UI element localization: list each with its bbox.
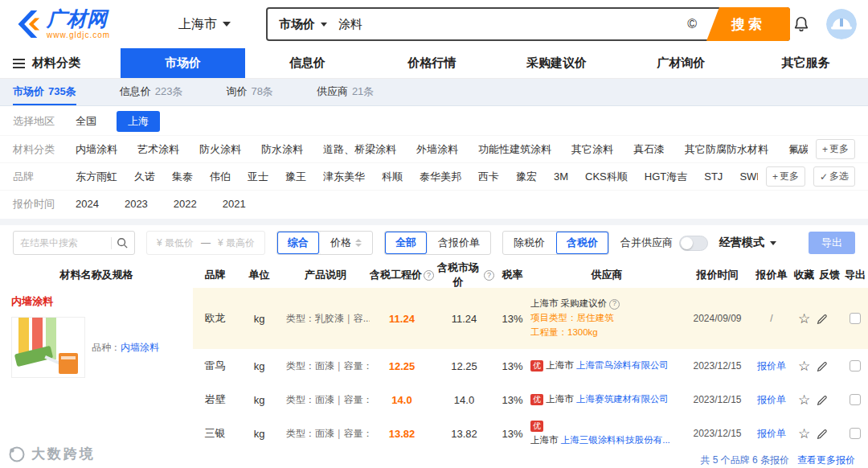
export-checkbox[interactable] xyxy=(850,428,861,439)
category-option[interactable]: 真石漆 xyxy=(633,142,665,157)
export-checkbox[interactable] xyxy=(850,360,861,372)
year-option[interactable]: 2021 xyxy=(223,198,246,210)
result-search-input[interactable] xyxy=(20,237,106,248)
brand-option[interactable]: 豫宏 xyxy=(516,170,537,184)
price-range-filter[interactable]: ¥ 最低价 — ¥ 最高价 xyxy=(146,231,265,255)
search-button-label: 搜索 xyxy=(731,15,765,34)
year-option[interactable]: 2022 xyxy=(174,198,197,210)
feedback-pencil-icon[interactable] xyxy=(817,428,842,440)
user-avatar[interactable] xyxy=(826,9,857,39)
category-option[interactable]: 防水涂料 xyxy=(261,142,303,157)
brand-option[interactable]: 3M xyxy=(554,170,568,183)
variety-label: 品种： xyxy=(92,342,121,353)
brand-more-button[interactable]: + 更多 xyxy=(766,166,805,187)
nav-tab-info-price[interactable]: 信息价 xyxy=(245,48,370,78)
category-option[interactable]: 功能性建筑涂料 xyxy=(478,142,551,157)
favorite-star-icon[interactable]: ☆ xyxy=(792,427,817,441)
category-option[interactable]: 氟碳漆 xyxy=(788,142,808,157)
filter-label-brand: 品牌 xyxy=(13,170,76,184)
help-icon[interactable]: ? xyxy=(424,270,434,281)
category-option[interactable]: 艺术涂料 xyxy=(137,142,179,157)
feedback-pencil-icon[interactable] xyxy=(817,360,842,372)
brand-option[interactable]: 西卡 xyxy=(478,170,499,184)
tab-market-price-results[interactable]: 市场价 735条 xyxy=(13,79,76,105)
region-option-all[interactable]: 全国 xyxy=(76,114,96,129)
brand-option[interactable]: CKS科顺 xyxy=(585,170,628,184)
brand-option[interactable]: 泰华美邦 xyxy=(420,170,461,184)
col-header-feedback: 反馈 xyxy=(817,268,842,282)
city-selector[interactable]: 上海市 xyxy=(178,16,231,33)
brand-option[interactable]: 久诺 xyxy=(134,170,155,184)
scope-quoted-button[interactable]: 含报价单 xyxy=(427,232,490,254)
brand-multi-select-button[interactable]: ✓ 多选 xyxy=(813,166,855,187)
export-checkbox[interactable] xyxy=(850,313,861,324)
brand-option[interactable]: 科顺 xyxy=(382,170,403,184)
brand-option[interactable]: 东方雨虹 xyxy=(76,170,117,184)
search-input[interactable] xyxy=(338,18,678,31)
tax-included-button[interactable]: 含税价 xyxy=(555,232,608,254)
brand-option[interactable]: 集泰 xyxy=(172,170,193,184)
sort-price-button[interactable]: 价格 xyxy=(319,232,372,254)
sort-price-label: 价格 xyxy=(330,236,351,250)
supplier-company-link[interactable]: 上海赛筑建材有限公司 xyxy=(576,394,669,404)
category-option[interactable]: 其它防腐防水材料 xyxy=(685,142,768,157)
nav-tab-purchase-advice[interactable]: 采购建议价 xyxy=(494,48,619,78)
export-checkbox[interactable] xyxy=(850,394,861,405)
brand-option[interactable]: STJ xyxy=(704,170,723,183)
search-button[interactable]: 搜索 xyxy=(706,7,790,41)
export-button[interactable]: 导出 xyxy=(809,232,855,254)
toggle-knob xyxy=(681,237,693,249)
variety-value-link[interactable]: 内墙涂料 xyxy=(121,342,159,353)
feedback-pencil-icon[interactable] xyxy=(817,313,842,325)
merge-supplier-toggle[interactable] xyxy=(679,236,708,251)
material-catalog-menu[interactable]: 材料分类 xyxy=(0,48,121,78)
search-category-label: 市场价 xyxy=(279,17,315,32)
quote-link[interactable]: 报价单 xyxy=(751,427,792,441)
table-footer: 共 5 个品牌 6 条报价 查看更多报价 xyxy=(0,450,868,467)
view-more-quotes-link[interactable]: 查看更多报价 xyxy=(797,454,855,467)
business-mode-dropdown[interactable]: 经营模式 xyxy=(719,236,776,250)
tab-supplier-results[interactable]: 供应商 21条 xyxy=(317,79,374,105)
notification-bell-icon[interactable] xyxy=(792,14,810,34)
site-logo[interactable]: 广材网 www.gldjc.com xyxy=(11,9,149,39)
sort-arrows-icon xyxy=(355,239,362,247)
quote-link[interactable]: 报价单 xyxy=(751,359,792,373)
help-icon[interactable]: ? xyxy=(484,270,494,281)
nav-tab-market-price[interactable]: 市场价 xyxy=(121,48,245,78)
category-option[interactable]: 防火涂料 xyxy=(199,142,241,157)
tab-inquiry-results[interactable]: 询价 78条 xyxy=(226,79,272,105)
feedback-pencil-icon[interactable] xyxy=(817,394,842,406)
category-option[interactable]: 道路、桥梁涂料 xyxy=(323,142,396,157)
year-option[interactable]: 2024 xyxy=(76,198,99,210)
brand-option[interactable]: 伟伯 xyxy=(210,170,231,184)
tax-excluded-button[interactable]: 除税价 xyxy=(503,232,555,254)
search-category-dropdown[interactable]: 市场价 xyxy=(268,17,338,32)
nav-tab-inquiry[interactable]: 广材询价 xyxy=(619,48,743,78)
region-option-shanghai[interactable]: 上海 xyxy=(117,111,160,132)
category-option[interactable]: 外墙涂料 xyxy=(416,142,458,157)
scope-all-button[interactable]: 全部 xyxy=(385,232,427,254)
year-option[interactable]: 2023 xyxy=(125,198,148,210)
tab-info-price-results[interactable]: 信息价 223条 xyxy=(120,79,183,105)
brand-option[interactable]: 亚士 xyxy=(248,170,268,184)
nav-tab-price-trend[interactable]: 价格行情 xyxy=(370,48,494,78)
supplier-company-link[interactable]: 上海三银涂料科技股份有... xyxy=(561,435,670,445)
brand-option[interactable]: 豫王 xyxy=(285,170,306,184)
favorite-star-icon[interactable]: ☆ xyxy=(792,312,817,326)
table-row: 岩壁 kg 类型：面漆｜容量：... 14.0 14.0 13% 优 上海市 上… xyxy=(193,383,868,417)
category-option[interactable]: 内墙涂料 xyxy=(76,142,117,157)
brand-option[interactable]: HGT海吉 xyxy=(645,170,687,184)
category-option[interactable]: 其它涂料 xyxy=(571,142,613,157)
search-icon[interactable] xyxy=(117,237,128,248)
brand-option[interactable]: SWD xyxy=(739,170,758,183)
nav-tab-other-services[interactable]: 其它服务 xyxy=(743,48,868,78)
help-icon[interactable]: ? xyxy=(609,299,620,310)
category-more-button[interactable]: + 更多 xyxy=(816,139,855,159)
favorite-star-icon[interactable]: ☆ xyxy=(792,359,817,373)
quote-link[interactable]: 报价单 xyxy=(751,393,792,407)
brand-option[interactable]: 津东美华 xyxy=(323,170,365,184)
supplier-company-link[interactable]: 上海雷鸟涂料有限公司 xyxy=(576,360,669,370)
sort-composite-button[interactable]: 综合 xyxy=(277,232,319,254)
col-header-name: 材料名称及规格 xyxy=(0,268,193,282)
favorite-star-icon[interactable]: ☆ xyxy=(792,393,817,407)
